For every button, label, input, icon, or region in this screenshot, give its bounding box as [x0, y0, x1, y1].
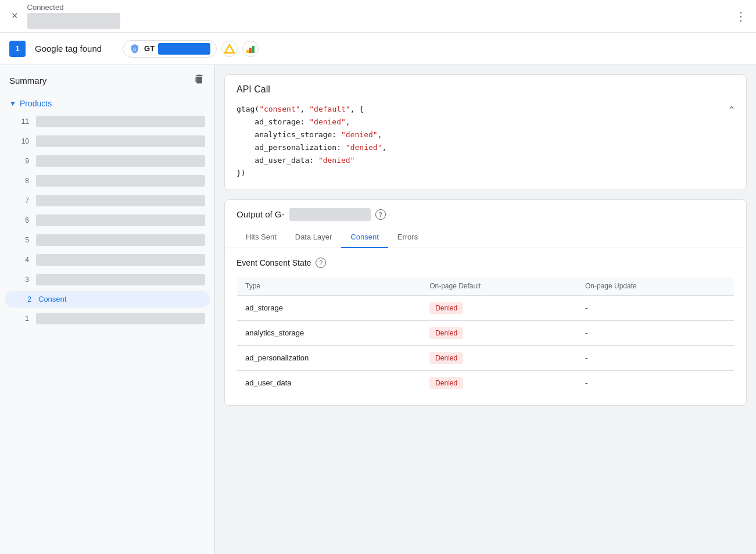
item-redacted	[36, 195, 205, 206]
item-number: 5	[19, 236, 29, 244]
svg-rect-4	[252, 46, 255, 53]
type-cell: ad_storage	[237, 295, 422, 320]
consent-section: Event Consent State ? Type On-page Defau…	[225, 248, 746, 405]
col-header-default: On-page Default	[421, 276, 577, 295]
tag-id-redacted	[158, 43, 210, 55]
list-item[interactable]: 1	[0, 309, 214, 328]
item-number: 11	[19, 117, 29, 126]
content-area: API Call gtag("consent", "default", { ad…	[215, 65, 756, 554]
analytics-icon[interactable]	[242, 41, 259, 57]
item-redacted	[36, 234, 205, 246]
top-bar-status-area: Connected	[27, 3, 120, 29]
list-item[interactable]: 3	[0, 270, 214, 289]
type-cell: analytics_storage	[237, 320, 422, 345]
list-item[interactable]: 5	[0, 230, 214, 250]
gt-prefix: GT	[144, 44, 155, 53]
update-cell: -	[577, 370, 734, 395]
output-id-redacted	[289, 208, 371, 221]
output-help-icon[interactable]: ?	[375, 209, 386, 220]
redacted-bar	[27, 13, 120, 29]
table-row: ad_user_data Denied -	[237, 370, 734, 395]
list-item[interactable]: 7	[0, 191, 214, 210]
gtm-icon-wrapper[interactable]: G GT	[123, 40, 217, 58]
sidebar-item-consent[interactable]: 2 Consent	[5, 291, 210, 308]
delete-icon[interactable]	[194, 73, 205, 87]
tab-consent[interactable]: Consent	[341, 227, 388, 248]
list-item[interactable]: 9	[0, 151, 214, 171]
collapse-icon[interactable]: ⌃	[729, 103, 734, 119]
sidebar-title: Summary	[9, 76, 46, 85]
tab-hits-sent[interactable]: Hits Sent	[237, 227, 286, 248]
tab-errors[interactable]: Errors	[388, 227, 427, 248]
list-item[interactable]: 8	[0, 171, 214, 191]
table-row: ad_storage Denied -	[237, 295, 734, 320]
consent-table: Type On-page Default On-page Update ad_s…	[237, 276, 734, 396]
tag-badge: 1	[9, 41, 26, 57]
denied-badge: Denied	[429, 327, 463, 339]
tag-icons: G GT	[123, 40, 259, 58]
item-number: 6	[19, 216, 29, 224]
list-item[interactable]: 11	[0, 112, 214, 131]
svg-rect-5	[195, 77, 197, 82]
item-number: 9	[19, 157, 29, 165]
api-call-card: API Call gtag("consent", "default", { ad…	[224, 74, 747, 190]
default-cell: Denied	[421, 320, 577, 345]
list-item[interactable]: 6	[0, 210, 214, 230]
google-ads-icon[interactable]	[221, 41, 238, 57]
event-consent-state-label: Event Consent State	[237, 258, 311, 267]
update-cell: -	[577, 345, 734, 370]
top-bar: × Connected ⋮	[0, 0, 756, 33]
sidebar-header: Summary	[0, 65, 214, 95]
item-number: 3	[19, 276, 29, 284]
item-redacted	[36, 135, 205, 147]
output-header: Output of G- ?	[225, 200, 746, 221]
item-number: 7	[19, 196, 29, 205]
close-button[interactable]: ×	[9, 8, 20, 24]
chevron-down-icon: ▼	[9, 99, 16, 108]
denied-badge: Denied	[429, 352, 463, 364]
tag-bar: 1 Google tag found G GT	[0, 33, 756, 65]
connected-label: Connected	[27, 3, 64, 12]
item-number: 4	[19, 256, 29, 264]
item-number: 8	[19, 177, 29, 185]
sidebar-section-header[interactable]: ▼ Products	[0, 95, 214, 112]
consent-help-icon[interactable]: ?	[316, 258, 326, 268]
denied-badge: Denied	[429, 302, 463, 314]
svg-rect-3	[249, 48, 252, 53]
more-options-button[interactable]: ⋮	[735, 9, 747, 23]
tag-found-label: Google tag found	[35, 44, 102, 53]
svg-rect-2	[246, 50, 249, 53]
sidebar: Summary ▼ Products 11 10 9	[0, 65, 215, 554]
output-card: Output of G- ? Hits Sent Data Layer Cons…	[224, 199, 747, 406]
item-number: 1	[19, 314, 29, 323]
list-item[interactable]: 10	[0, 131, 214, 151]
item-redacted	[36, 175, 205, 187]
type-cell: ad_personalization	[237, 345, 422, 370]
table-row: analytics_storage Denied -	[237, 320, 734, 345]
item-redacted	[36, 254, 205, 266]
col-header-type: Type	[237, 276, 422, 295]
code-block: gtag("consent", "default", { ad_storage:…	[237, 103, 734, 180]
main-layout: Summary ▼ Products 11 10 9	[0, 65, 756, 554]
item-number: 10	[19, 137, 29, 145]
code-text: gtag("consent", "default", { ad_storage:…	[237, 103, 723, 180]
analytics-svg	[245, 43, 256, 55]
type-cell: ad_user_data	[237, 370, 422, 395]
col-header-update: On-page Update	[577, 276, 734, 295]
item-number-active: 2	[21, 295, 31, 303]
item-redacted	[36, 215, 205, 226]
svg-text:G: G	[133, 47, 137, 51]
update-cell: -	[577, 320, 734, 345]
gtm-shield-icon: G	[129, 43, 141, 55]
item-redacted	[36, 116, 205, 127]
table-row: ad_personalization Denied -	[237, 345, 734, 370]
ads-svg	[224, 43, 235, 55]
default-cell: Denied	[421, 345, 577, 370]
item-redacted	[36, 274, 205, 285]
default-cell: Denied	[421, 370, 577, 395]
default-cell: Denied	[421, 295, 577, 320]
api-call-title: API Call	[237, 84, 734, 95]
tab-data-layer[interactable]: Data Layer	[286, 227, 342, 248]
list-item[interactable]: 4	[0, 250, 214, 270]
item-redacted	[36, 155, 205, 167]
